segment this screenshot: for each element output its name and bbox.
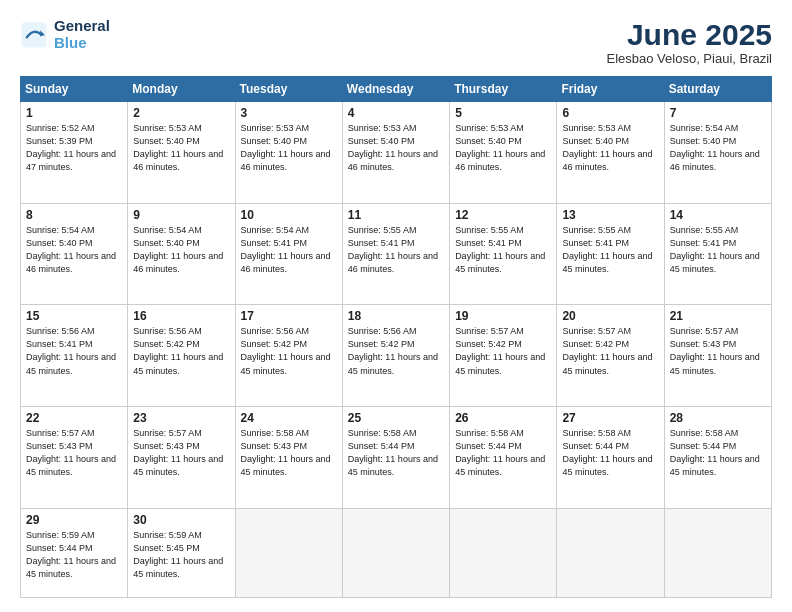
day-number: 18 [348, 309, 444, 323]
day-number: 20 [562, 309, 658, 323]
logo-line2: Blue [54, 35, 110, 52]
day-info: Sunrise: 5:57 AMSunset: 5:43 PMDaylight:… [670, 325, 766, 377]
day-number: 15 [26, 309, 122, 323]
table-row: 4Sunrise: 5:53 AMSunset: 5:40 PMDaylight… [342, 102, 449, 204]
day-info: Sunrise: 5:54 AMSunset: 5:40 PMDaylight:… [133, 224, 229, 276]
day-info: Sunrise: 5:57 AMSunset: 5:42 PMDaylight:… [562, 325, 658, 377]
day-info: Sunrise: 5:53 AMSunset: 5:40 PMDaylight:… [562, 122, 658, 174]
day-info: Sunrise: 5:55 AMSunset: 5:41 PMDaylight:… [348, 224, 444, 276]
day-number: 23 [133, 411, 229, 425]
table-row: 13Sunrise: 5:55 AMSunset: 5:41 PMDayligh… [557, 203, 664, 305]
day-number: 21 [670, 309, 766, 323]
table-row: 10Sunrise: 5:54 AMSunset: 5:41 PMDayligh… [235, 203, 342, 305]
day-info: Sunrise: 5:54 AMSunset: 5:40 PMDaylight:… [26, 224, 122, 276]
table-row: 8Sunrise: 5:54 AMSunset: 5:40 PMDaylight… [21, 203, 128, 305]
day-info: Sunrise: 5:56 AMSunset: 5:41 PMDaylight:… [26, 325, 122, 377]
day-info: Sunrise: 5:58 AMSunset: 5:44 PMDaylight:… [562, 427, 658, 479]
day-number: 19 [455, 309, 551, 323]
day-number: 8 [26, 208, 122, 222]
table-row: 21Sunrise: 5:57 AMSunset: 5:43 PMDayligh… [664, 305, 771, 407]
day-number: 1 [26, 106, 122, 120]
day-number: 11 [348, 208, 444, 222]
table-row: 30Sunrise: 5:59 AMSunset: 5:45 PMDayligh… [128, 508, 235, 597]
day-info: Sunrise: 5:56 AMSunset: 5:42 PMDaylight:… [241, 325, 337, 377]
table-row: 24Sunrise: 5:58 AMSunset: 5:43 PMDayligh… [235, 407, 342, 509]
day-number: 7 [670, 106, 766, 120]
table-row: 15Sunrise: 5:56 AMSunset: 5:41 PMDayligh… [21, 305, 128, 407]
logo-text: General Blue [54, 18, 110, 51]
day-info: Sunrise: 5:58 AMSunset: 5:44 PMDaylight:… [670, 427, 766, 479]
day-info: Sunrise: 5:55 AMSunset: 5:41 PMDaylight:… [455, 224, 551, 276]
table-row: 23Sunrise: 5:57 AMSunset: 5:43 PMDayligh… [128, 407, 235, 509]
day-number: 28 [670, 411, 766, 425]
day-info: Sunrise: 5:53 AMSunset: 5:40 PMDaylight:… [133, 122, 229, 174]
day-info: Sunrise: 5:59 AMSunset: 5:44 PMDaylight:… [26, 529, 122, 581]
calendar-week-row: 15Sunrise: 5:56 AMSunset: 5:41 PMDayligh… [21, 305, 772, 407]
table-row: 16Sunrise: 5:56 AMSunset: 5:42 PMDayligh… [128, 305, 235, 407]
day-number: 27 [562, 411, 658, 425]
day-number: 9 [133, 208, 229, 222]
table-row: 28Sunrise: 5:58 AMSunset: 5:44 PMDayligh… [664, 407, 771, 509]
main-title: June 2025 [607, 18, 772, 51]
table-row [342, 508, 449, 597]
day-info: Sunrise: 5:59 AMSunset: 5:45 PMDaylight:… [133, 529, 229, 581]
table-row: 14Sunrise: 5:55 AMSunset: 5:41 PMDayligh… [664, 203, 771, 305]
calendar-week-row: 1Sunrise: 5:52 AMSunset: 5:39 PMDaylight… [21, 102, 772, 204]
col-sunday: Sunday [21, 77, 128, 102]
day-info: Sunrise: 5:58 AMSunset: 5:44 PMDaylight:… [455, 427, 551, 479]
table-row: 12Sunrise: 5:55 AMSunset: 5:41 PMDayligh… [450, 203, 557, 305]
table-row: 5Sunrise: 5:53 AMSunset: 5:40 PMDaylight… [450, 102, 557, 204]
table-row: 18Sunrise: 5:56 AMSunset: 5:42 PMDayligh… [342, 305, 449, 407]
day-number: 24 [241, 411, 337, 425]
day-number: 5 [455, 106, 551, 120]
day-info: Sunrise: 5:56 AMSunset: 5:42 PMDaylight:… [133, 325, 229, 377]
table-row: 20Sunrise: 5:57 AMSunset: 5:42 PMDayligh… [557, 305, 664, 407]
col-tuesday: Tuesday [235, 77, 342, 102]
day-info: Sunrise: 5:54 AMSunset: 5:40 PMDaylight:… [670, 122, 766, 174]
day-number: 14 [670, 208, 766, 222]
col-saturday: Saturday [664, 77, 771, 102]
table-row: 3Sunrise: 5:53 AMSunset: 5:40 PMDaylight… [235, 102, 342, 204]
day-info: Sunrise: 5:53 AMSunset: 5:40 PMDaylight:… [241, 122, 337, 174]
day-number: 25 [348, 411, 444, 425]
day-number: 12 [455, 208, 551, 222]
day-number: 3 [241, 106, 337, 120]
table-row [450, 508, 557, 597]
day-info: Sunrise: 5:53 AMSunset: 5:40 PMDaylight:… [455, 122, 551, 174]
table-row: 25Sunrise: 5:58 AMSunset: 5:44 PMDayligh… [342, 407, 449, 509]
table-row: 22Sunrise: 5:57 AMSunset: 5:43 PMDayligh… [21, 407, 128, 509]
calendar-week-row: 29Sunrise: 5:59 AMSunset: 5:44 PMDayligh… [21, 508, 772, 597]
col-wednesday: Wednesday [342, 77, 449, 102]
day-info: Sunrise: 5:57 AMSunset: 5:43 PMDaylight:… [26, 427, 122, 479]
title-block: June 2025 Elesbao Veloso, Piaui, Brazil [607, 18, 772, 66]
day-info: Sunrise: 5:53 AMSunset: 5:40 PMDaylight:… [348, 122, 444, 174]
col-monday: Monday [128, 77, 235, 102]
day-number: 13 [562, 208, 658, 222]
table-row: 6Sunrise: 5:53 AMSunset: 5:40 PMDaylight… [557, 102, 664, 204]
table-row: 11Sunrise: 5:55 AMSunset: 5:41 PMDayligh… [342, 203, 449, 305]
day-info: Sunrise: 5:55 AMSunset: 5:41 PMDaylight:… [562, 224, 658, 276]
table-row [235, 508, 342, 597]
day-number: 30 [133, 513, 229, 527]
day-info: Sunrise: 5:52 AMSunset: 5:39 PMDaylight:… [26, 122, 122, 174]
day-info: Sunrise: 5:55 AMSunset: 5:41 PMDaylight:… [670, 224, 766, 276]
day-number: 4 [348, 106, 444, 120]
col-friday: Friday [557, 77, 664, 102]
logo-icon [20, 21, 48, 49]
day-info: Sunrise: 5:58 AMSunset: 5:43 PMDaylight:… [241, 427, 337, 479]
day-number: 22 [26, 411, 122, 425]
table-row: 7Sunrise: 5:54 AMSunset: 5:40 PMDaylight… [664, 102, 771, 204]
day-info: Sunrise: 5:54 AMSunset: 5:41 PMDaylight:… [241, 224, 337, 276]
table-row: 26Sunrise: 5:58 AMSunset: 5:44 PMDayligh… [450, 407, 557, 509]
header: General Blue June 2025 Elesbao Veloso, P… [20, 18, 772, 66]
day-number: 6 [562, 106, 658, 120]
day-info: Sunrise: 5:57 AMSunset: 5:43 PMDaylight:… [133, 427, 229, 479]
calendar-header-row: Sunday Monday Tuesday Wednesday Thursday… [21, 77, 772, 102]
day-number: 26 [455, 411, 551, 425]
table-row: 19Sunrise: 5:57 AMSunset: 5:42 PMDayligh… [450, 305, 557, 407]
day-number: 17 [241, 309, 337, 323]
day-info: Sunrise: 5:57 AMSunset: 5:42 PMDaylight:… [455, 325, 551, 377]
day-number: 29 [26, 513, 122, 527]
table-row: 29Sunrise: 5:59 AMSunset: 5:44 PMDayligh… [21, 508, 128, 597]
calendar-week-row: 8Sunrise: 5:54 AMSunset: 5:40 PMDaylight… [21, 203, 772, 305]
